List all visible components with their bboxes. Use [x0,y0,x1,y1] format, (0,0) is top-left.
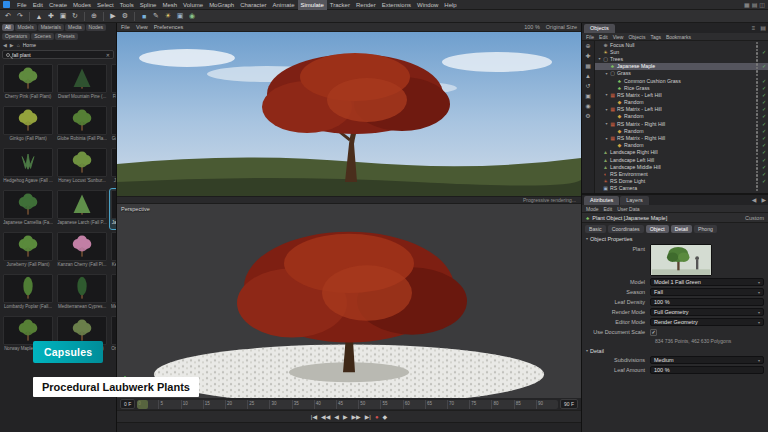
app-logo-icon[interactable] [3,1,10,8]
add-camera-icon[interactable]: ▣ [174,11,186,22]
menu-tracker[interactable]: Tracker [327,0,353,10]
enabled-check-icon[interactable]: ✓ [760,157,768,163]
timeline-start-field[interactable]: 0 F [120,399,135,409]
enabled-check-icon[interactable]: ✓ [760,128,768,134]
panel-header-icon-1[interactable]: ▶ [759,196,768,205]
visibility-dots[interactable] [756,178,759,184]
menu-volume[interactable]: Volume [180,0,206,10]
menu-create[interactable]: Create [46,0,70,10]
custom-link[interactable]: Custom [745,215,764,221]
timeline-tick-75[interactable]: 75 [469,400,491,409]
menu-tools[interactable]: Tools [117,0,137,10]
visibility-dots[interactable] [756,63,759,69]
redo-icon[interactable]: ↷ [14,11,26,22]
timeline-tick-60[interactable]: 60 [403,400,425,409]
visibility-dots[interactable] [756,113,759,119]
enabled-check-icon[interactable]: ✓ [760,142,768,148]
goto-end-button[interactable]: ▶| [365,412,371,422]
object-row-random[interactable]: ◆Random✓ [595,113,768,120]
menu-mograph[interactable]: MoGraph [206,0,237,10]
rotate-tool-icon[interactable]: ↻ [69,11,81,22]
visibility-dots[interactable] [756,185,759,191]
layout-icon-1[interactable]: ▤ [752,0,758,10]
filter-nodes[interactable]: Nodes [86,24,106,31]
asset-item-mediterranean-cypres[interactable]: Mediterranean Cypres... [56,273,108,313]
objects-menu-view[interactable]: View [613,34,624,40]
asset-item-kentia-palm-fall-plan[interactable]: Kentia Palm (Fall Plan... [110,231,116,271]
visibility-dots[interactable] [756,142,759,148]
polygons-mode-icon[interactable]: ▲ [585,73,591,80]
next-key-button[interactable]: ▶▶ [352,412,361,422]
asset-item-japanese-maple-fall[interactable]: Japanese Maple (Fall ... [110,189,116,229]
asset-item-lombardy-poplar-fall[interactable]: Lombardy Poplar (Fall... [2,273,54,313]
asset-item-hedgehog-agave-fall[interactable]: Hedgehog Agave (Fall ... [2,147,54,187]
object-row-rs-environment[interactable]: ◐RS Environment✓ [595,170,768,177]
perspective-viewport[interactable]: Perspective [117,204,581,398]
asset-search[interactable]: fall plant ✕ [2,50,114,59]
menu-help[interactable]: Help [441,0,459,10]
playhead[interactable] [137,400,148,409]
visibility-dots[interactable] [756,78,759,84]
enabled-check-icon[interactable]: ✓ [760,106,768,112]
checkbox-use-document-scale[interactable]: ✓ [650,329,657,336]
field-editor-mode[interactable]: Render Geometry▾ [650,318,764,326]
scale-tool-icon[interactable]: ▣ [57,11,69,22]
asset-item-cherry-pink-fall-plant[interactable]: Cherry Pink (Fall Plant) [2,63,54,103]
object-row-trees[interactable]: ▾▢Trees [595,55,768,62]
undo-icon[interactable]: ↶ [2,11,14,22]
menu-window[interactable]: Window [414,0,441,10]
visibility-dots[interactable] [756,164,759,170]
layout-icon-0[interactable]: ▦ [744,0,750,10]
tab-layers[interactable]: Layers [620,196,649,205]
visibility-dots[interactable] [756,135,759,141]
timeline-tick-90[interactable]: 90 [536,400,558,409]
object-row-landscape-left-hill[interactable]: ▲Landscape Left Hill✓ [595,156,768,163]
edges-mode-icon[interactable]: ▦ [585,63,591,70]
timeline-tick-85[interactable]: 85 [514,400,536,409]
render-settings-icon[interactable]: ⚙ [119,11,131,22]
axis-lock-icon[interactable]: ⊕ [88,11,100,22]
workplane-icon[interactable]: ▣ [585,93,591,100]
asset-item-dwarf-mountain-pine[interactable]: Dwarf Mountain Pine (... [56,63,108,103]
filter-scenes[interactable]: Scenes [31,33,54,40]
home-icon[interactable]: ⌂ [17,42,20,48]
timeline-tick-70[interactable]: 70 [447,400,469,409]
objects-menu-tags[interactable]: Tags [650,34,661,40]
object-row-random[interactable]: ◆Random✓ [595,99,768,106]
axis-mode-icon[interactable]: ↺ [585,83,590,90]
menu-modes[interactable]: Modes [70,0,94,10]
visibility-dots[interactable] [756,106,759,112]
layout-icon-2[interactable]: ◫ [759,0,765,10]
timeline-tick-30[interactable]: 30 [269,400,291,409]
move-tool-icon[interactable]: ✚ [45,11,57,22]
visibility-dots[interactable] [756,171,759,177]
filter-models[interactable]: Models [15,24,37,31]
object-row-rice-grass[interactable]: ♣Rice Grass✓ [595,84,768,91]
render-view-icon[interactable]: ▶ [107,11,119,22]
autokey-button[interactable]: ◆ [383,412,388,422]
visibility-dots[interactable] [756,128,759,134]
menu-file[interactable]: File [14,0,30,10]
asset-item-golden-weeping-willo[interactable]: Golden Weeping Willo... [110,105,116,145]
objects-menu-file[interactable]: File [586,34,594,40]
size-mode-dropdown[interactable]: Original Size [546,24,577,30]
timeline-tick-65[interactable]: 65 [425,400,447,409]
asset-item-ginkgo-fall-plant[interactable]: Ginkgo (Fall Plant) [2,105,54,145]
asset-item-japanese-camellia-fa[interactable]: Japanese Camellia (Fa... [2,189,54,229]
timeline-end-field[interactable]: 90 F [560,399,578,409]
visibility-dots[interactable] [756,42,759,48]
object-row-rs-matrix-left-hill[interactable]: ▾▦RS Matrix - Left Hill✓ [595,91,768,98]
visibility-dots[interactable] [756,121,759,127]
filter-all[interactable]: All [2,24,14,31]
settings-icon[interactable]: ⚙ [585,113,590,120]
visibility-dots[interactable] [756,99,759,105]
menu-animate[interactable]: Animate [269,0,297,10]
asset-item-jacaranda-fall-plant[interactable]: Jacaranda (Fall Plant) [110,147,116,187]
visibility-dots[interactable] [756,92,759,98]
attributes-menu-edit[interactable]: Edit [604,206,613,212]
attributes-menu-user-data[interactable]: User Data [617,206,640,212]
menu-edit[interactable]: Edit [30,0,46,10]
back-icon[interactable]: ◀ [3,42,7,48]
forward-icon[interactable]: ▶ [10,42,14,48]
model-mode-icon[interactable]: ⊕ [585,43,590,50]
